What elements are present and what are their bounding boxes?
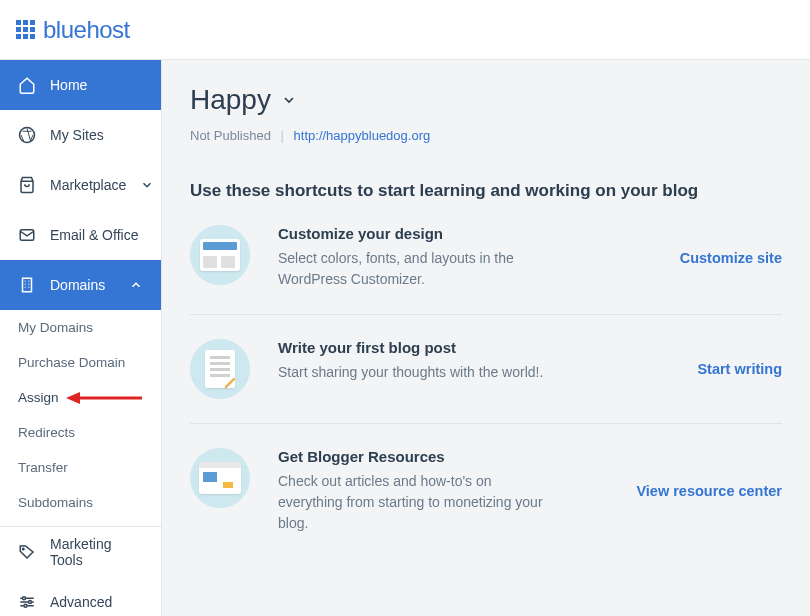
site-url-link[interactable]: http://happybluedog.org: [294, 128, 431, 143]
sidebar-item-label: Email & Office: [50, 227, 138, 243]
shortcut-resources: Get Blogger Resources Check out articles…: [190, 424, 782, 558]
sidebar-item-label: Marketplace: [50, 177, 126, 193]
sidebar-item-mysites[interactable]: My Sites: [0, 110, 161, 160]
write-icon: [190, 339, 250, 399]
sidebar-subitem-purchase[interactable]: Purchase Domain: [0, 345, 161, 380]
svg-rect-2: [23, 278, 32, 292]
brand-logo[interactable]: bluehost: [16, 16, 130, 44]
sidebar: Home My Sites Marketplace Email & Office…: [0, 60, 162, 616]
app-header: bluehost: [0, 0, 810, 60]
main-content: Happy Not Published | http://happybluedo…: [162, 60, 810, 616]
sidebar-item-label: Marketing Tools: [50, 536, 143, 568]
publish-status: Not Published: [190, 128, 271, 143]
shortcut-title: Get Blogger Resources: [278, 448, 558, 465]
shortcut-write: Write your first blog post Start sharing…: [190, 315, 782, 424]
site-meta: Not Published | http://happybluedog.org: [190, 128, 782, 143]
shortcut-title: Write your first blog post: [278, 339, 558, 356]
shortcut-customize: Customize your design Select colors, fon…: [190, 201, 782, 315]
sliders-icon: [18, 593, 36, 611]
sidebar-item-advanced[interactable]: Advanced: [0, 577, 161, 616]
resources-icon: [190, 448, 250, 508]
sidebar-item-email[interactable]: Email & Office: [0, 210, 161, 260]
customize-site-link[interactable]: Customize site: [680, 250, 782, 266]
site-title-dropdown[interactable]: Happy: [190, 84, 782, 116]
svg-point-10: [29, 601, 32, 604]
svg-point-9: [23, 597, 26, 600]
sidebar-subitem-assign[interactable]: Assign: [0, 380, 161, 415]
chevron-up-icon: [129, 278, 143, 292]
sidebar-item-label: Advanced: [50, 594, 112, 610]
brand-name: bluehost: [43, 16, 130, 44]
svg-point-11: [24, 604, 27, 607]
shortcuts-heading: Use these shortcuts to start learning an…: [190, 181, 782, 201]
chevron-down-icon: [140, 178, 154, 192]
sidebar-subitem-mydomains[interactable]: My Domains: [0, 310, 161, 345]
shortcut-desc: Start sharing your thoughts with the wor…: [278, 362, 558, 383]
grid-icon: [16, 20, 35, 39]
sidebar-subitem-transfer[interactable]: Transfer: [0, 450, 161, 485]
home-icon: [18, 76, 36, 94]
sidebar-item-label: Home: [50, 77, 87, 93]
sidebar-subitem-redirects[interactable]: Redirects: [0, 415, 161, 450]
sidebar-item-marketing[interactable]: Marketing Tools: [0, 527, 161, 577]
sidebar-subitem-subdomains[interactable]: Subdomains: [0, 485, 161, 520]
sidebar-item-label: My Sites: [50, 127, 104, 143]
resource-center-link[interactable]: View resource center: [636, 483, 782, 499]
annotation-arrow-icon: [64, 388, 144, 408]
chevron-down-icon: [281, 92, 297, 108]
customize-icon: [190, 225, 250, 285]
shortcut-desc: Select colors, fonts, and layouts in the…: [278, 248, 558, 290]
start-writing-link[interactable]: Start writing: [697, 361, 782, 377]
shortcut-title: Customize your design: [278, 225, 558, 242]
sidebar-item-marketplace[interactable]: Marketplace: [0, 160, 161, 210]
svg-point-5: [23, 548, 25, 550]
mail-icon: [18, 226, 36, 244]
tag-icon: [18, 543, 36, 561]
building-icon: [18, 276, 36, 294]
svg-marker-4: [66, 392, 80, 404]
sidebar-item-domains[interactable]: Domains: [0, 260, 161, 310]
site-title: Happy: [190, 84, 271, 116]
wordpress-icon: [18, 126, 36, 144]
sidebar-item-label: Domains: [50, 277, 105, 293]
bag-icon: [18, 176, 36, 194]
shortcut-desc: Check out articles and how-to's on every…: [278, 471, 558, 534]
sidebar-item-home[interactable]: Home: [0, 60, 161, 110]
